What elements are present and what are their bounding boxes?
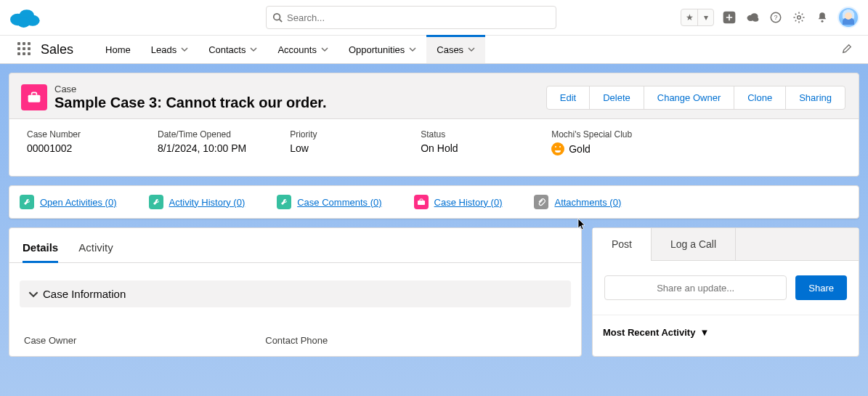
related-attachments[interactable]: Attachments (0)	[534, 195, 621, 209]
related-case-history[interactable]: Case History (0)	[414, 195, 503, 209]
chevron-down-icon[interactable]	[409, 46, 416, 53]
field-special-club: Mochi's Special Club Gold	[551, 129, 660, 155]
wrench-icon	[20, 195, 34, 209]
svg-point-4	[274, 14, 280, 20]
favorites-split-button[interactable]: ★ ▾	[681, 9, 714, 26]
tab-activity[interactable]: Activity	[78, 231, 113, 262]
nav-item-cases[interactable]: Cases	[426, 36, 485, 63]
nav-item-home[interactable]: Home	[95, 36, 141, 63]
field-label: Case Number	[27, 129, 114, 140]
record-actions: Edit Delete Change Owner Clone Sharing	[546, 86, 845, 110]
chevron-down-icon[interactable]: ▾	[697, 9, 713, 25]
global-search[interactable]	[266, 6, 556, 29]
delete-button[interactable]: Delete	[589, 86, 644, 109]
record-title: Sample Case 3: Cannot track our order.	[54, 94, 327, 111]
change-owner-button[interactable]: Change Owner	[644, 86, 734, 109]
nav-item-label: Cases	[437, 44, 463, 55]
related-link-text[interactable]: Case History (0)	[434, 197, 503, 208]
nav-item-label: Home	[105, 44, 131, 55]
field-label: Status	[421, 129, 508, 140]
field-value-text: Gold	[569, 143, 591, 155]
feed-tab-spacer	[736, 228, 859, 261]
notifications-bell-icon[interactable]	[814, 9, 830, 25]
field-priority: Priority Low	[290, 129, 377, 155]
field-value: Low	[290, 142, 377, 154]
record-header: Case Sample Case 3: Cannot track our ord…	[9, 73, 859, 177]
sharing-button[interactable]: Sharing	[785, 86, 845, 109]
search-input[interactable]	[287, 12, 550, 23]
svg-point-12	[798, 16, 801, 20]
edit-nav-pencil-icon[interactable]	[842, 44, 859, 56]
related-activity-history[interactable]: Activity History (0)	[149, 195, 246, 209]
search-icon	[272, 12, 283, 23]
setup-gear-icon[interactable]	[791, 9, 807, 25]
related-open-activities[interactable]: Open Activities (0)	[20, 195, 117, 209]
help-icon[interactable]: ?	[768, 9, 784, 25]
related-case-comments[interactable]: Case Comments (0)	[277, 195, 381, 209]
field-label-contact-phone: Contact Phone	[265, 335, 328, 346]
svg-point-9	[753, 17, 758, 22]
nav-item-label: Opportunities	[349, 44, 405, 55]
app-name: Sales	[41, 42, 73, 57]
svg-point-3	[17, 17, 31, 28]
case-icon	[21, 84, 47, 110]
clone-button[interactable]: Clone	[734, 86, 785, 109]
field-status: Status On Hold	[421, 129, 508, 155]
related-link-text[interactable]: Activity History (0)	[169, 197, 246, 208]
chevron-down-icon[interactable]	[250, 46, 257, 53]
salesforce-nav-icon[interactable]	[745, 9, 760, 25]
salesforce-logo	[9, 7, 41, 28]
nav-item-contacts[interactable]: Contacts	[198, 36, 267, 63]
svg-line-5	[280, 20, 283, 23]
user-avatar[interactable]	[837, 7, 859, 28]
related-link-text[interactable]: Attachments (0)	[554, 197, 621, 208]
nav-item-label: Contacts	[208, 44, 246, 55]
nav-item-label: Accounts	[277, 44, 316, 55]
section-case-information[interactable]: Case Information	[20, 280, 571, 307]
field-value: 00001002	[27, 142, 114, 154]
field-label-case-owner: Case Owner	[24, 335, 76, 346]
workspace: Case Sample Case 3: Cannot track our ord…	[0, 64, 868, 396]
chevron-down-icon	[28, 289, 38, 299]
chevron-down-icon[interactable]	[181, 46, 188, 53]
chevron-down-icon[interactable]	[468, 46, 475, 53]
svg-line-18	[802, 20, 803, 22]
chevron-down-icon[interactable]	[321, 46, 328, 53]
mra-label: Most Recent Activity	[603, 327, 695, 338]
related-lists-bar: Open Activities (0) Activity History (0)…	[9, 185, 859, 219]
svg-line-20	[802, 14, 803, 15]
field-case-number: Case Number 00001002	[27, 129, 114, 155]
triangle-down-icon: ▼	[699, 327, 709, 338]
svg-rect-23	[418, 201, 425, 205]
share-button[interactable]: Share	[795, 275, 847, 300]
field-value: Gold	[551, 142, 660, 155]
attachment-icon	[534, 195, 548, 209]
most-recent-activity-toggle[interactable]: Most Recent Activity ▼	[593, 315, 859, 351]
field-label: Date/Time Opened	[158, 129, 246, 140]
feed-tab-log-a-call[interactable]: Log a Call	[652, 228, 736, 261]
field-value: 8/1/2024, 10:00 PM	[158, 142, 246, 154]
feed-tab-post[interactable]: Post	[593, 228, 652, 261]
nav-item-accounts[interactable]: Accounts	[267, 36, 338, 63]
star-icon[interactable]: ★	[681, 9, 697, 25]
app-launcher-icon[interactable]	[17, 42, 32, 57]
nav-item-opportunities[interactable]: Opportunities	[338, 36, 426, 63]
case-icon	[414, 195, 429, 209]
global-add-button[interactable]	[721, 9, 737, 25]
field-date-opened: Date/Time Opened 8/1/2024, 10:00 PM	[158, 129, 246, 155]
smiley-icon	[551, 142, 564, 155]
related-link-text[interactable]: Open Activities (0)	[40, 197, 117, 208]
svg-point-21	[822, 20, 824, 23]
share-update-input[interactable]	[604, 275, 787, 300]
global-header: ★ ▾ ?	[0, 0, 868, 35]
related-link-text[interactable]: Case Comments (0)	[297, 197, 381, 208]
wrench-icon	[149, 195, 163, 209]
wrench-icon	[277, 195, 291, 209]
details-panel: Details Activity Case Information Case O…	[9, 227, 582, 357]
section-title: Case Information	[43, 288, 126, 300]
edit-button[interactable]: Edit	[547, 86, 589, 109]
nav-item-label: Leads	[151, 44, 177, 55]
tab-details[interactable]: Details	[23, 231, 58, 262]
nav-item-leads[interactable]: Leads	[141, 36, 198, 63]
field-label: Priority	[290, 129, 377, 140]
